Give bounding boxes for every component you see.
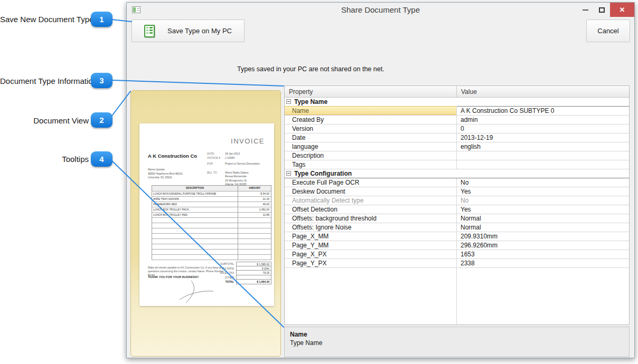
property-grid-body: Type NameNameA K Construction Co SUBTYPE… xyxy=(285,98,629,268)
property-name-cell[interactable]: Page_Y_MM xyxy=(285,241,457,250)
property-row[interactable]: Page_Y_MM296.9260mm xyxy=(285,241,629,250)
invoice-cell-description xyxy=(152,228,238,233)
property-row[interactable]: Offsets: background thresholdNormal xyxy=(285,214,629,223)
property-row[interactable]: Automatically Detect typeNo xyxy=(285,196,629,205)
property-row[interactable]: Offset DetectionYes xyxy=(285,205,629,214)
collapse-icon[interactable] xyxy=(286,171,291,176)
property-name-cell[interactable]: Automatically Detect type xyxy=(285,196,457,205)
group-row[interactable]: Type Name xyxy=(285,98,629,107)
window-title: Share Document Type xyxy=(127,5,634,14)
invoice-total-value: 5.00% xyxy=(236,266,271,271)
property-value-cell[interactable] xyxy=(457,160,629,169)
property-name-cell[interactable]: Version xyxy=(285,124,457,133)
property-value-cell[interactable]: 2013-12-19 xyxy=(457,133,629,142)
property-value-cell[interactable]: english xyxy=(457,142,629,151)
tooltip-title: Name xyxy=(290,331,624,338)
property-value-cell[interactable]: 209.9310mm xyxy=(457,232,629,241)
property-value-cell[interactable]: No xyxy=(457,178,629,187)
property-value-cell[interactable]: 2338 xyxy=(457,259,629,267)
property-name-cell[interactable]: Offset Detection xyxy=(285,205,457,214)
property-value-cell[interactable]: Yes xyxy=(457,205,629,214)
invoice-table-row xyxy=(152,244,271,250)
invoice-cell-description xyxy=(152,244,238,249)
property-name-cell[interactable]: Name xyxy=(285,106,457,115)
invoice-meta-label: INVOICE # xyxy=(207,156,225,159)
property-name-cell[interactable]: Page_X_MM xyxy=(285,232,457,241)
property-row[interactable]: Page_X_MM209.9310mm xyxy=(285,232,629,241)
maximize-button[interactable] xyxy=(594,3,609,17)
save-document-icon xyxy=(144,25,155,37)
invoice-table-row xyxy=(152,228,271,234)
invoice-cell-amount: 21.15 xyxy=(238,197,271,202)
cancel-button[interactable]: Cancel xyxy=(586,20,630,42)
invoice-total-label: SALES TAX xyxy=(152,271,236,274)
invoice-cell-amount xyxy=(238,255,271,260)
group-row[interactable]: Type Configuration xyxy=(285,169,629,178)
invoice-cell-amount xyxy=(238,239,271,244)
property-row[interactable]: NameA K Construction Co SUBTYPE 0 xyxy=(285,107,629,116)
property-name-cell[interactable]: Tags xyxy=(285,160,457,169)
property-name-cell[interactable]: Page_X_PX xyxy=(285,250,457,258)
property-name-cell[interactable]: Deskew Document xyxy=(285,187,457,196)
property-row[interactable]: Page_Y_PX2338 xyxy=(285,259,629,268)
invoice-title: INVOICE xyxy=(231,137,265,145)
property-value-cell[interactable]: admin xyxy=(457,116,629,124)
property-row[interactable]: Description xyxy=(285,151,629,160)
document-view-panel[interactable]: INVOICE A K Construction Co Raina Upstat… xyxy=(130,90,281,357)
property-name-cell[interactable]: Created By xyxy=(285,116,457,124)
signature-mark xyxy=(176,279,229,305)
property-value-cell[interactable]: Yes xyxy=(457,187,629,196)
property-row[interactable]: languageenglish xyxy=(285,142,629,151)
minimize-icon xyxy=(583,9,588,11)
property-name-cell[interactable]: Date xyxy=(285,133,457,142)
invoice-cell-description xyxy=(152,255,238,260)
property-value-cell[interactable] xyxy=(457,151,629,160)
minimize-button[interactable] xyxy=(577,3,593,17)
callout-label-document-type-information: Document Type Information xyxy=(0,76,89,85)
close-button[interactable]: ✕ xyxy=(610,3,634,17)
share-document-type-dialog: Share Document Type ✕ Save Type on My PC… xyxy=(126,2,635,358)
invoice-cell-description: LUNCH BOX TROLLEY RED xyxy=(152,213,238,217)
property-value-cell[interactable]: 0 xyxy=(457,124,629,133)
invoice-col-description: DESCRIPTION xyxy=(152,186,238,191)
property-row[interactable]: Tags xyxy=(285,160,629,169)
invoice-cell-amount: 12.89 xyxy=(238,213,271,217)
property-value-cell[interactable]: 1653 xyxy=(457,250,629,258)
property-value-cell[interactable]: 296.9260mm xyxy=(457,241,629,250)
property-row[interactable]: Execute Full Page OCRNo xyxy=(285,178,629,187)
callout-label-tooltips: Tooltips xyxy=(0,155,89,164)
invoice-table: DESCRIPTIONAMOUNTLUNCH BOX/GENERAL PURPO… xyxy=(152,185,271,260)
property-name-cell[interactable]: Page_Y_PX xyxy=(285,259,457,267)
property-name-cell[interactable]: Offsets: background threshold xyxy=(285,214,457,223)
property-value-cell[interactable]: Normal xyxy=(457,214,629,223)
property-row[interactable]: Date2013-12-19 xyxy=(285,133,629,142)
property-row[interactable]: Created Byadmin xyxy=(285,116,629,124)
property-value-cell[interactable]: No xyxy=(457,196,629,205)
notice-text: Types saved in your PC are not shared on… xyxy=(237,65,384,73)
property-row[interactable]: Deskew DocumentYes xyxy=(285,187,629,196)
property-name-cell[interactable]: language xyxy=(285,142,457,151)
callout-label-save-new-document-type: Save New Document Type xyxy=(0,15,89,24)
invoice-company: A K Construction Co xyxy=(148,153,197,159)
property-value-cell[interactable]: Normal xyxy=(457,223,629,232)
invoice-cell-amount xyxy=(238,218,271,223)
save-type-on-my-pc-button[interactable]: Save Type on My PC xyxy=(132,20,245,42)
collapse-icon[interactable] xyxy=(286,99,291,104)
property-name-cell[interactable]: Offsets: Ignore Noise xyxy=(285,223,457,232)
invoice-meta-value: Project or Service Description xyxy=(225,162,260,165)
group-name: Type Configuration xyxy=(291,169,352,178)
invoice-table-row xyxy=(152,250,271,255)
callout-label-document-view: Document View xyxy=(0,116,89,125)
invoice-total-row: SUBTOTAL$ 1,585.00 xyxy=(152,262,271,266)
title-bar[interactable]: Share Document Type ✕ xyxy=(127,3,634,17)
property-name-cell[interactable]: Description xyxy=(285,151,457,160)
property-row[interactable]: Page_X_PX1653 xyxy=(285,250,629,259)
property-value-cell[interactable]: A K Construction Co SUBTYPE 0 xyxy=(457,107,629,115)
property-name-cell[interactable]: Execute Full Page OCR xyxy=(285,178,457,187)
invoice-cell-description: WIRE TRAY/100X645 xyxy=(152,197,238,202)
invoice-table-row xyxy=(152,255,271,260)
property-row[interactable]: Offsets: Ignore NoiseNormal xyxy=(285,223,629,232)
invoice-meta-value: 18-Jan-2013 xyxy=(225,152,240,155)
property-row[interactable]: Version0 xyxy=(285,124,629,133)
invoice-cell-amount: 1,452.00 xyxy=(238,207,271,212)
